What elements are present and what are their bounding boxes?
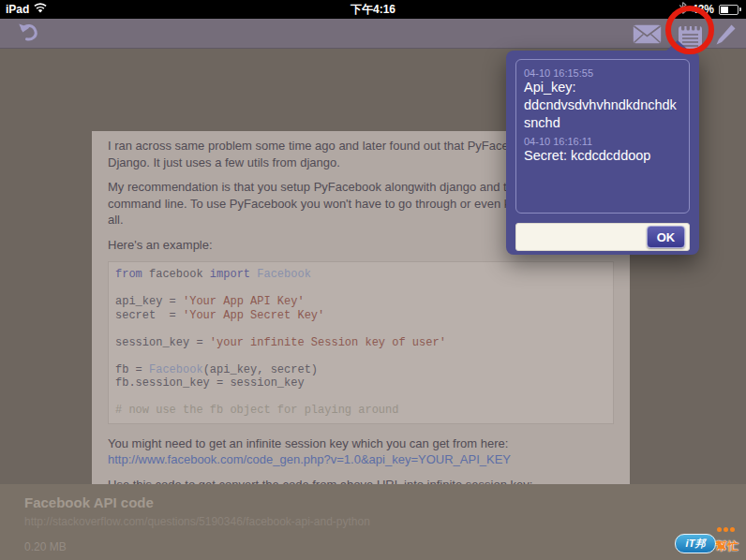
pencil-icon[interactable] (714, 23, 737, 51)
note-timestamp: 04-10 16:16:11 (524, 136, 681, 147)
status-bar: iPad 下午4:16 43% (0, 0, 746, 19)
note-item: 04-10 16:16:11Secret: kcdcdcddoop (524, 136, 681, 165)
undo-icon[interactable] (16, 21, 41, 50)
ok-button[interactable]: OK (647, 226, 685, 248)
code-line: from facebook import Facebook (115, 268, 606, 282)
code-line: api_key = 'Your App API Key' (115, 295, 606, 309)
clock: 下午4:16 (351, 2, 395, 18)
watermark-figures-icon (717, 527, 735, 532)
document-title: Facebook API code (24, 494, 746, 510)
note-input-row: OK (515, 223, 690, 251)
file-size: 0.20 MB (24, 540, 746, 553)
watermark-primary: iT邦 (675, 534, 716, 553)
hyperlink[interactable]: http://www.facebook.com/code_gen.php?v=1… (108, 451, 614, 468)
code-block: from facebook import Facebook api_key = … (108, 261, 614, 424)
annotation-circle (665, 6, 714, 54)
note-item: 04-10 16:15:55Api_key: ddcndvsdvhvhndkdn… (524, 67, 681, 132)
notes-list: 04-10 16:15:55Api_key: ddcndvsdvhvhndkdn… (515, 59, 690, 214)
paragraph: You might need to get an infinite sessio… (108, 435, 614, 468)
code-line (115, 322, 606, 336)
watermark-secondary: 幫忙 (716, 538, 739, 554)
code-line: session_key = 'your infinite Session key… (115, 336, 606, 350)
text-line: You might need to get an infinite sessio… (108, 435, 614, 452)
footer-bar: Facebook API code http://stackoverflow.c… (0, 484, 746, 560)
battery-icon (719, 5, 741, 15)
code-line (115, 282, 606, 296)
mail-icon[interactable] (633, 24, 662, 48)
toolbar (0, 19, 746, 49)
note-text: Api_key: ddcndvsdvhvhndkdnchdksnchd (524, 79, 681, 132)
code-line (115, 391, 606, 405)
source-url: http://stackoverflow.com/questions/51903… (24, 515, 746, 528)
watermark-logo: iT邦 幫忙 (675, 527, 739, 555)
notes-popup: 04-10 16:15:55Api_key: ddcndvsdvhvhndkdn… (506, 51, 699, 255)
note-input[interactable] (519, 227, 649, 249)
note-timestamp: 04-10 16:15:55 (524, 67, 681, 79)
code-line: fb.session_key = session_key (115, 376, 606, 391)
code-line (115, 349, 606, 363)
note-text: Secret: kcdcdcddoop (524, 147, 681, 165)
code-line: secret = 'Your App Secret Key' (115, 309, 606, 323)
code-line: fb = Facebook(api_key, secret) (115, 363, 606, 377)
code-line: # now use the fb object for playing arou… (115, 404, 606, 418)
